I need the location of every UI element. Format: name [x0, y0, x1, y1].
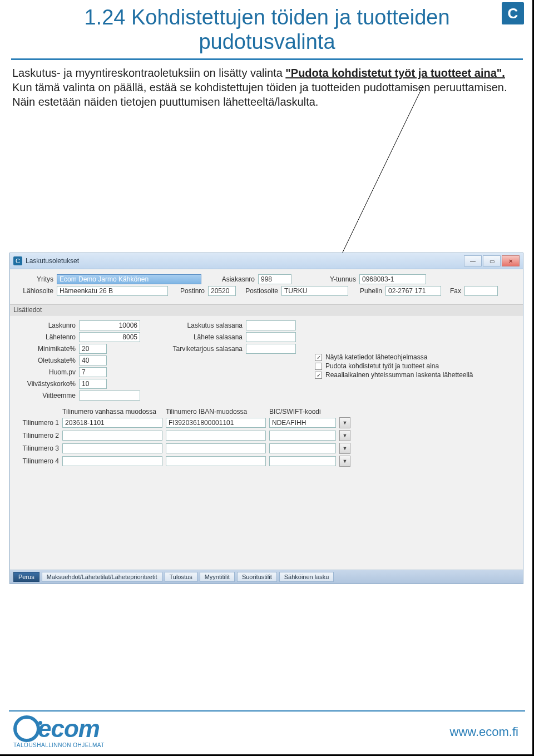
- field-lahetenro[interactable]: [79, 332, 140, 342]
- field-bank-bic[interactable]: [269, 418, 336, 428]
- minimize-button[interactable]: —: [464, 255, 482, 266]
- bank-row: Tilinumero 4▼: [14, 456, 518, 467]
- label-postiosoite: Postiosoite: [239, 287, 278, 295]
- field-postinro[interactable]: [208, 286, 236, 296]
- field-bank-bic[interactable]: [269, 443, 336, 453]
- bank-bic-dropdown[interactable]: ▼: [339, 443, 350, 454]
- label-yritys: Yritys: [14, 275, 53, 283]
- field-bank-vanha[interactable]: [62, 431, 162, 441]
- form-area: Yritys Asiakasnro Y-tunnus Lähiosoite Po…: [10, 269, 523, 304]
- bottom-tabs: PerusMaksuehdot/Lähetetilat/Lähetepriori…: [10, 570, 523, 584]
- field-bank-iban[interactable]: [166, 456, 266, 466]
- logo-ring-icon: [13, 715, 40, 742]
- label-lahiosoite: Lähiosoite: [14, 287, 53, 295]
- desc-part-1: Laskutus- ja myyntireskontraoletuksiin o…: [12, 67, 285, 79]
- bank-bic-dropdown[interactable]: ▼: [339, 417, 350, 428]
- slide-title: 1.24 Kohdistettujen töiden ja tuotteiden…: [22, 6, 512, 54]
- col-header-bic: BIC/SWIFT-koodi: [269, 408, 347, 416]
- tab[interactable]: Sähköinen lasku: [279, 572, 334, 582]
- bank-row: Tilinumero 1▼: [14, 417, 518, 428]
- field-bank-vanha[interactable]: [62, 418, 162, 428]
- title-line-1: 1.24 Kohdistettujen töiden ja tuotteiden: [84, 6, 449, 29]
- field-bank-vanha[interactable]: [62, 456, 162, 466]
- tab[interactable]: Myyntitilit: [200, 572, 235, 582]
- logo-subtitle: TALOUSHALLINNON OHJELMAT: [13, 742, 105, 748]
- window-title: Laskutusoletukset: [26, 257, 464, 265]
- corner-badge: C: [502, 2, 524, 24]
- app-icon: C: [13, 256, 22, 265]
- field-laskutus-salasana[interactable]: [246, 320, 296, 330]
- bank-bic-dropdown[interactable]: ▼: [339, 430, 350, 441]
- tab[interactable]: Tulostus: [165, 572, 197, 582]
- bank-row-label: Tilinumero 1: [14, 419, 59, 427]
- tab[interactable]: Suoritustilit: [237, 572, 277, 582]
- logo-text: ecom: [38, 718, 100, 740]
- footer-separator: [9, 710, 525, 711]
- description-paragraph: Laskutus- ja myyntireskontraoletuksiin o…: [12, 66, 522, 109]
- label-viitteemme: Viitteemme: [14, 392, 76, 399]
- field-lahiosoite[interactable]: [57, 286, 168, 296]
- field-bank-iban[interactable]: [166, 418, 266, 428]
- label-tarviketarjous-salasana: Tarviketarjous salasana: [159, 345, 243, 353]
- checkbox-pudota[interactable]: [315, 363, 322, 370]
- field-minimikate[interactable]: [79, 344, 107, 354]
- bank-row: Tilinumero 3▼: [14, 443, 518, 454]
- desc-part-2: Kun tämä valinta on päällä, estää se koh…: [12, 81, 507, 108]
- label-lahete-salasana: Lähete salasana: [159, 333, 243, 341]
- label-postinro: Postinro: [171, 287, 205, 295]
- footer-logo: ecom TALOUSHALLINNON OHJELMAT: [13, 715, 105, 748]
- label-fax: Fax: [444, 287, 461, 295]
- bank-row: Tilinumero 2▼: [14, 430, 518, 441]
- checkbox-reaaliaikainen[interactable]: ✓: [315, 372, 322, 379]
- label-lahetenro: Lähetenro: [14, 333, 76, 341]
- label-asiakasnro: Asiakasnro: [205, 275, 255, 283]
- field-viitteemme[interactable]: [79, 391, 140, 401]
- field-huompv[interactable]: [79, 367, 107, 377]
- settings-window: C Laskutusoletukset — ▭ ✕ Yritys Asiakas…: [10, 253, 523, 584]
- lisatiedot-area: Laskunro Lähetenro Minimikate% Oletuskat…: [10, 315, 523, 475]
- bank-row-label: Tilinumero 3: [14, 444, 59, 452]
- field-tarviketarjous-salasana[interactable]: [246, 344, 296, 354]
- label-puhelin: Puhelin: [352, 287, 382, 295]
- close-button[interactable]: ✕: [502, 255, 520, 266]
- label-oletuskate: Oletuskate%: [14, 357, 76, 364]
- field-puhelin[interactable]: [385, 286, 441, 296]
- tab[interactable]: Maksuehdot/Lähetetilat/Läheteprioriteeti…: [42, 572, 162, 582]
- window-blank-area: [10, 475, 523, 570]
- label-huompv: Huom.pv: [14, 368, 76, 376]
- field-viivastyskorko[interactable]: [79, 379, 107, 389]
- tab-active[interactable]: Perus: [13, 572, 39, 582]
- bank-row-label: Tilinumero 4: [14, 457, 59, 465]
- field-postiosoite[interactable]: [281, 286, 348, 296]
- restore-button[interactable]: ▭: [483, 255, 501, 266]
- bank-row-label: Tilinumero 2: [14, 432, 59, 439]
- field-bank-iban[interactable]: [166, 443, 266, 453]
- col-header-vanha: Tilinumero vanhassa muodossa: [62, 408, 162, 416]
- col-header-iban: Tilinumero IBAN-muodossa: [166, 408, 266, 416]
- field-bank-iban[interactable]: [166, 431, 266, 441]
- checkbox-katetiedot[interactable]: ✓: [315, 354, 322, 361]
- window-titlebar: C Laskutusoletukset — ▭ ✕: [10, 253, 523, 269]
- section-lisatiedot: Lisätiedot: [10, 304, 523, 315]
- checkbox-reaaliaikainen-label: Reaaliaikainen yhteissumman laskenta läh…: [325, 371, 473, 379]
- field-bank-vanha[interactable]: [62, 443, 162, 453]
- checkbox-katetiedot-label: Näytä katetiedot läheteohjelmassa: [325, 353, 427, 361]
- field-ytunnus[interactable]: [359, 274, 426, 284]
- footer-url: www.ecom.fi: [450, 725, 518, 739]
- checkbox-pudota-label: Pudota kohdistetut työt ja tuotteet aina: [325, 362, 439, 370]
- field-asiakasnro[interactable]: [258, 274, 291, 284]
- label-viivastyskorko: Viivästyskorko%: [14, 380, 76, 388]
- desc-part-emphasis: "Pudota kohdistetut työt ja tuotteet ain…: [285, 67, 505, 79]
- label-ytunnus: Y-tunnus: [295, 275, 356, 283]
- field-lahete-salasana[interactable]: [246, 332, 296, 342]
- field-laskunro[interactable]: [79, 320, 140, 330]
- field-oletuskate[interactable]: [79, 355, 107, 365]
- field-yritys[interactable]: [57, 274, 201, 284]
- label-laskunro: Laskunro: [14, 322, 76, 329]
- label-minimikate: Minimikate%: [14, 345, 76, 353]
- label-laskutus-salasana: Laskutus salasana: [159, 322, 243, 329]
- field-fax[interactable]: [464, 286, 498, 296]
- field-bank-bic[interactable]: [269, 456, 336, 466]
- field-bank-bic[interactable]: [269, 431, 336, 441]
- bank-bic-dropdown[interactable]: ▼: [339, 456, 350, 467]
